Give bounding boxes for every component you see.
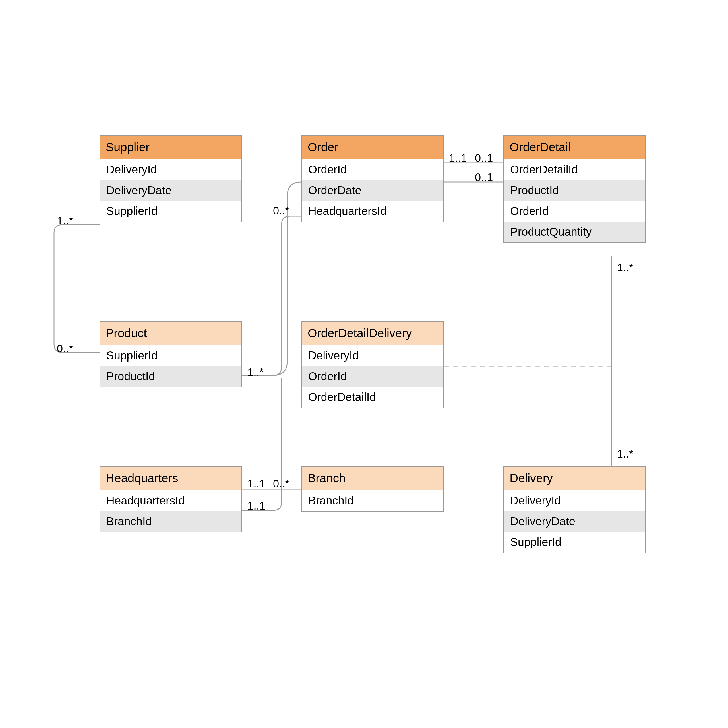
entity-headquarters: Headquarters HeadquartersId BranchId [99,466,242,532]
multiplicity-label: 1..* [617,448,633,460]
entity-attr: SupplierId [100,345,241,366]
entity-supplier: Supplier DeliveryId DeliveryDate Supplie… [99,135,242,222]
entity-attr: ProductQuantity [504,222,645,242]
entity-title: Supplier [100,136,241,159]
multiplicity-label: 1..1 [449,152,466,164]
entity-attr: DeliveryId [302,345,443,366]
entity-delivery: Delivery DeliveryId DeliveryDate Supplie… [503,466,645,553]
entity-attr: OrderId [302,159,443,180]
multiplicity-label: 0..* [57,343,73,355]
entity-orderdetail: OrderDetail OrderDetailId ProductId Orde… [503,135,645,243]
entity-attr: BranchId [302,490,443,511]
entity-order: Order OrderId OrderDate HeadquartersId [301,135,444,222]
edge-hq-order [242,378,281,511]
multiplicity-label: 1..1 [248,500,265,512]
entity-title: OrderDetail [504,136,645,159]
edge-product-order [242,216,301,375]
entity-attr: DeliveryDate [504,511,645,532]
entity-attr: HeadquartersId [302,201,443,222]
entity-attr: OrderId [302,366,443,387]
entity-attr: OrderId [504,201,645,222]
entity-attr: DeliveryId [100,159,241,180]
entity-branch: Branch BranchId [301,466,444,512]
multiplicity-label: 1..* [57,215,73,227]
entity-title: Delivery [504,467,645,490]
entity-title: Order [302,136,443,159]
entity-attr: DeliveryId [504,490,645,511]
multiplicity-label: 0..* [273,205,289,217]
multiplicity-label: 1..1 [248,478,265,490]
entity-attr: ProductId [504,180,645,201]
entity-title: Headquarters [100,467,241,490]
entity-attr: OrderDetailId [504,159,645,180]
multiplicity-label: 0..* [273,478,289,490]
entity-title: OrderDetailDelivery [302,322,443,345]
multiplicity-label: 0..1 [475,171,493,184]
entity-attr: OrderDate [302,180,443,201]
entity-product: Product SupplierId ProductId [99,321,242,387]
entity-title: Product [100,322,241,345]
entity-attr: BranchId [100,511,241,532]
multiplicity-label: 1..* [617,262,633,274]
entity-attr: DeliveryDate [100,180,241,201]
entity-attr: SupplierId [504,532,645,552]
edge-supplier-product [54,225,99,353]
entity-attr: HeadquartersId [100,490,241,511]
multiplicity-label: 0..1 [475,152,493,164]
entity-orderdetaildelivery: OrderDetailDelivery DeliveryId OrderId O… [301,321,444,408]
entity-attr: ProductId [100,366,241,387]
entity-title: Branch [302,467,443,490]
multiplicity-label: 1..* [248,366,264,378]
entity-attr: SupplierId [100,201,241,222]
entity-attr: OrderDetailId [302,387,443,407]
